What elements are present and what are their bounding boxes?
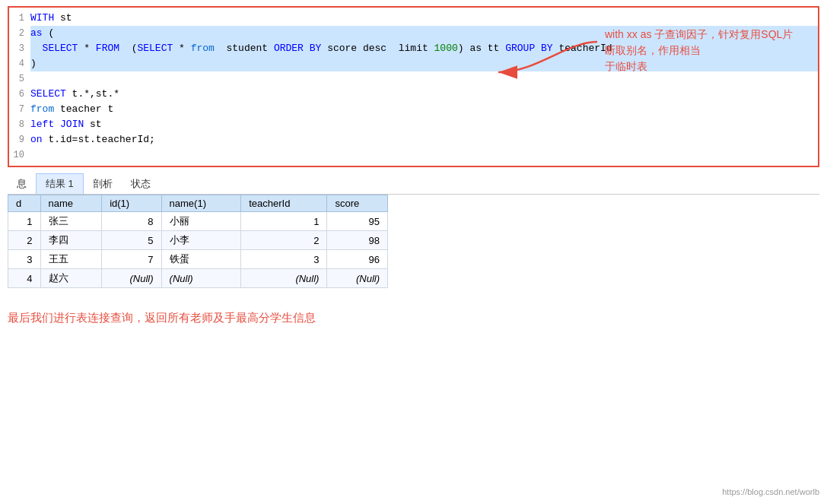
table-row: 4 赵六 (Null) (Null) (Null) (Null) [8, 269, 388, 288]
cell-teacherid: 2 [241, 231, 327, 250]
col-header-teacherid: teacherId [241, 195, 327, 212]
tab-result1[interactable]: 结果 1 [36, 173, 84, 194]
cell-teacherid: 1 [241, 212, 327, 231]
code-line-6: 6 SELECT t.*,st.* [9, 87, 818, 102]
bottom-annotation: 最后我们进行表连接查询，返回所有老师及手最高分学生信息 [8, 311, 819, 325]
arrow-icon [491, 34, 605, 87]
cell-name1: (Null) [161, 269, 241, 288]
cell-d: 1 [8, 212, 41, 231]
cell-name1: 小李 [161, 231, 241, 250]
cell-name1: 小丽 [161, 212, 241, 231]
cell-name: 王五 [40, 250, 102, 269]
col-header-d: d [8, 195, 41, 212]
table-row: 2 李四 5 小李 2 98 [8, 231, 388, 250]
cell-score: 96 [327, 250, 388, 269]
cell-name: 张三 [40, 212, 102, 231]
cell-teacherid: (Null) [241, 269, 327, 288]
tab-status[interactable]: 状态 [122, 174, 160, 194]
cell-score: (Null) [327, 269, 388, 288]
cell-id1: 8 [102, 212, 161, 231]
result-table-container: d name id(1) name(1) teacherId score 1 张… [8, 195, 819, 288]
code-line-7: 7 from teacher t [9, 102, 818, 117]
annotation-text: with xx as 子查询因子，针对复用SQL片断取别名，作用相当 于临时表 [605, 27, 803, 74]
col-header-id1: id(1) [102, 195, 161, 212]
cell-name1: 铁蛋 [161, 250, 241, 269]
cell-d: 3 [8, 250, 41, 269]
code-editor: 1 WITH st 2 as ( 3 SELECT * FROM (SELECT… [8, 6, 819, 167]
cell-name: 李四 [40, 231, 102, 250]
watermark: https://blog.csdn.net/worlb [722, 487, 819, 496]
cell-teacherid: 3 [241, 250, 327, 269]
result-table: d name id(1) name(1) teacherId score 1 张… [8, 195, 388, 288]
col-header-name1: name(1) [161, 195, 241, 212]
cell-id1: (Null) [102, 269, 161, 288]
table-row: 1 张三 8 小丽 1 95 [8, 212, 388, 231]
col-header-name: name [40, 195, 102, 212]
code-line-8: 8 left JOIN st [9, 117, 818, 132]
code-line-1: 1 WITH st [9, 11, 818, 26]
cell-d: 4 [8, 269, 41, 288]
cell-score: 95 [327, 212, 388, 231]
result-tabs: 息 结果 1 剖析 状态 [8, 173, 819, 195]
cell-d: 2 [8, 231, 41, 250]
cell-id1: 7 [102, 250, 161, 269]
col-header-score: score [327, 195, 388, 212]
annotation-container: with xx as 子查询因子，针对复用SQL片断取别名，作用相当 于临时表 [491, 27, 803, 87]
table-header-row: d name id(1) name(1) teacherId score [8, 195, 388, 212]
cell-id1: 5 [102, 231, 161, 250]
cell-name: 赵六 [40, 269, 102, 288]
table-row: 3 王五 7 铁蛋 3 96 [8, 250, 388, 269]
code-line-9: 9 on t.id=st.teacherId; [9, 132, 818, 147]
code-line-10: 10 [9, 147, 818, 163]
cell-score: 98 [327, 231, 388, 250]
tab-message[interactable]: 息 [8, 174, 36, 194]
tab-profiling[interactable]: 剖析 [84, 174, 122, 194]
